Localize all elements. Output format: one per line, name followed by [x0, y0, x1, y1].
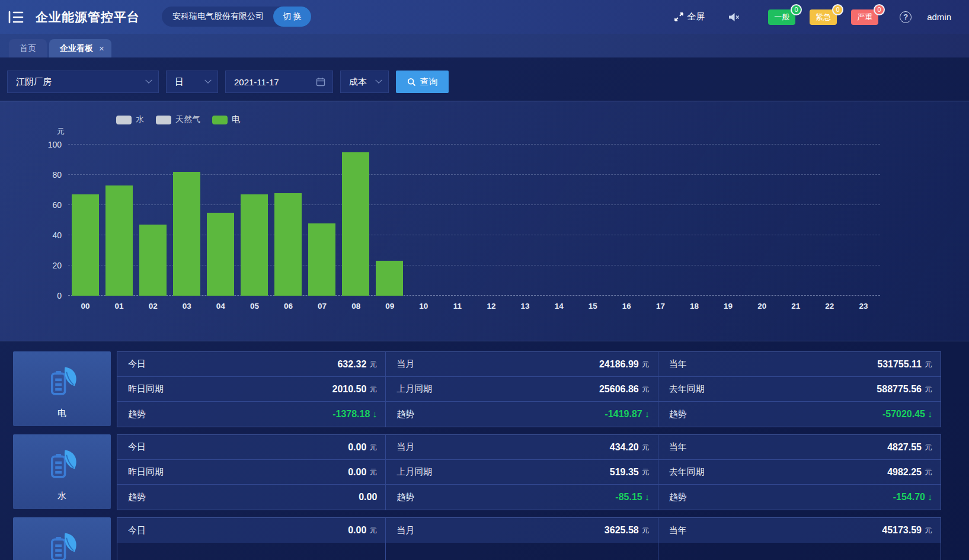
legend-item[interactable]: 电	[212, 114, 240, 125]
period-select-value: 日	[175, 76, 184, 88]
metric-value: 25606.86	[599, 384, 639, 395]
energy-cell: 今日0.00元	[117, 435, 385, 460]
metric-value: -85.15	[615, 492, 642, 503]
metric-label: 上月同期	[396, 466, 432, 478]
unit-label: 元	[369, 442, 377, 453]
x-tick-label: 03	[170, 302, 204, 311]
energy-cell: 去年同期4982.25元	[658, 460, 941, 485]
energy-type-label: 水	[57, 491, 66, 502]
metric-value: 4982.25	[887, 467, 922, 478]
metric-select[interactable]: 成本	[340, 71, 389, 93]
unit-label: 元	[369, 525, 377, 536]
tab-enterprise-board[interactable]: 企业看板	[49, 39, 111, 57]
site-select[interactable]: 江阴厂房	[7, 71, 159, 93]
metric-label: 去年同期	[669, 383, 705, 395]
energy-table-column: 当月3625.58元	[385, 518, 657, 560]
x-tick-label: 16	[609, 302, 644, 311]
metric-label: 趋势	[128, 409, 146, 420]
bar	[308, 223, 335, 296]
unit-label: 元	[642, 525, 650, 536]
x-tick-label: 00	[68, 302, 103, 311]
bar	[207, 213, 234, 296]
tab-home[interactable]: 首页	[9, 39, 47, 57]
energy-cell: 趋势-1378.18	[117, 402, 385, 427]
energy-cell: 上月同期519.35元	[386, 460, 657, 485]
metric-value: 434.20	[610, 442, 639, 453]
unit-label: 元	[925, 384, 932, 395]
date-picker[interactable]: 2021-11-17	[225, 71, 333, 93]
bar-chart-plot	[68, 145, 880, 296]
period-select[interactable]: 日	[166, 71, 218, 93]
energy-cell: 昨日同期2010.50元	[117, 377, 385, 402]
x-tick-label: 12	[474, 302, 509, 311]
metric-value: 588775.56	[877, 384, 922, 395]
energy-table-column: 当月434.20元上月同期519.35元趋势-85.15	[385, 435, 657, 510]
metric-label: 今日	[128, 359, 146, 370]
y-tick-label: 20	[52, 261, 62, 270]
tab-label: 企业看板	[60, 43, 93, 54]
help-icon[interactable]	[900, 11, 912, 23]
metric-value: 45173.59	[882, 525, 922, 536]
unit-label: 元	[925, 525, 932, 536]
energy-table-column: 当年45173.59元	[658, 518, 941, 560]
energy-cell: 趋势0.00	[117, 485, 385, 510]
energy-table-column: 今日632.32元昨日同期2010.50元趋势-1378.18	[117, 352, 385, 427]
energy-table-column: 今日0.00元昨日同期0.00元趋势0.00	[117, 435, 385, 510]
x-tick-label: 22	[813, 302, 847, 311]
x-axis-labels: 0001020304050607080910111213141516171819…	[68, 302, 880, 313]
energy-card: 水今日0.00元昨日同期0.00元趋势0.00当月434.20元上月同期519.…	[0, 434, 969, 510]
query-button-label: 查询	[420, 76, 438, 88]
x-tick-label: 11	[440, 302, 475, 311]
trend-down-icon	[645, 409, 650, 420]
cost-bar-chart: 水天然气电 元 020406080100 0001020304050607080…	[0, 101, 969, 341]
unit-label: 元	[642, 384, 650, 395]
legend-item[interactable]: 天然气	[156, 114, 200, 125]
energy-card: 电今日632.32元昨日同期2010.50元趋势-1378.18当月24186.…	[0, 351, 969, 427]
fullscreen-label: 全屏	[687, 11, 705, 23]
mute-speaker-icon[interactable]	[728, 12, 740, 22]
battery-leaf-icon	[45, 530, 79, 560]
energy-cell: 当年4827.55元	[658, 435, 941, 460]
metric-label: 昨日同期	[128, 383, 164, 395]
alarm-label: 一般	[774, 12, 789, 23]
x-tick-label: 02	[136, 302, 170, 311]
metric-value: -1378.18	[332, 409, 370, 420]
energy-cell: 趋势-154.70	[658, 485, 941, 510]
bar	[342, 152, 369, 296]
energy-table: 今日0.00元当月3625.58元当年45173.59元	[117, 517, 941, 560]
metric-value: 519.35	[610, 467, 639, 478]
menu-toggle-icon[interactable]	[8, 11, 24, 24]
alarm-button-general[interactable]: 一般 0	[768, 9, 795, 25]
x-tick-label: 09	[373, 302, 407, 311]
company-selector: 安科瑞电气股份有限公司 切 换	[162, 7, 311, 27]
tab-close-icon[interactable]	[99, 43, 104, 53]
alarm-count-badge: 0	[791, 4, 802, 15]
alarm-label: 紧急	[816, 12, 831, 23]
energy-cell: 上月同期25606.86元	[386, 377, 657, 402]
tab-bar: 首页 企业看板	[0, 34, 969, 57]
alarm-button-urgent[interactable]: 紧急 0	[810, 9, 837, 25]
metric-value: -1419.87	[605, 409, 642, 420]
fullscreen-button[interactable]: 全屏	[674, 11, 705, 23]
trend-down-icon	[928, 409, 932, 420]
energy-cell: 昨日同期0.00元	[117, 460, 385, 485]
gridline	[68, 144, 880, 145]
energy-cell: 趋势-1419.87	[386, 402, 657, 427]
alarm-button-critical[interactable]: 严重 0	[851, 9, 878, 25]
company-switch-button[interactable]: 切 换	[273, 7, 311, 27]
query-button[interactable]: 查询	[396, 71, 449, 93]
unit-label: 元	[642, 467, 650, 478]
search-icon	[407, 78, 416, 87]
battery-leaf-icon	[45, 447, 79, 482]
unit-label: 元	[925, 359, 932, 370]
x-tick-label: 18	[677, 302, 712, 311]
metric-value: 4827.55	[887, 442, 922, 453]
trend-down-icon	[372, 409, 377, 420]
metric-label: 当月	[396, 359, 414, 370]
username[interactable]: admin	[927, 12, 951, 22]
energy-table: 今日632.32元昨日同期2010.50元趋势-1378.18当月24186.9…	[117, 351, 941, 427]
energy-cell: 今日632.32元	[117, 352, 385, 377]
energy-cell: 当年45173.59元	[658, 518, 941, 543]
metric-value: 0.00	[348, 467, 366, 478]
legend-item[interactable]: 水	[116, 114, 144, 125]
